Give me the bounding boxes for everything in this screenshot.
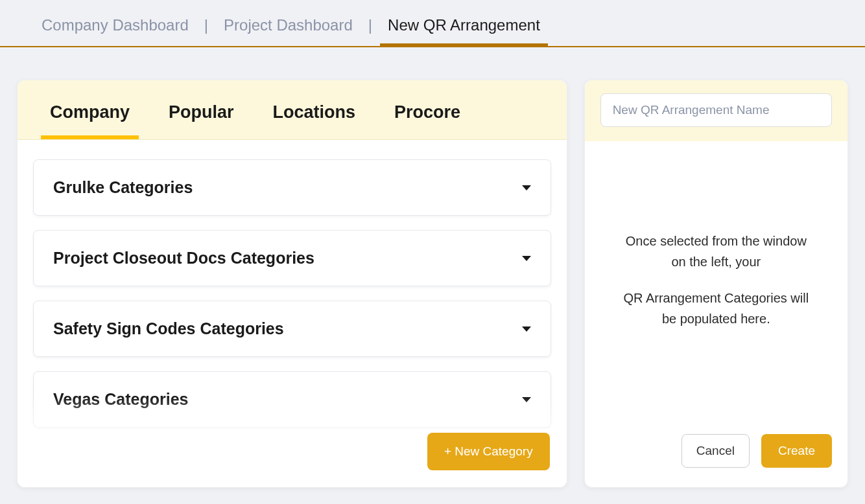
arrangement-footer: Cancel Create: [585, 434, 847, 487]
main-container: Company Popular Locations Procore Grulke…: [0, 47, 865, 488]
arrangement-details-panel: Once selected from the window on the lef…: [584, 80, 848, 488]
chevron-down-icon: [522, 326, 531, 332]
placeholder-text: Once selected from the window on the lef…: [617, 231, 815, 345]
chevron-down-icon: [522, 397, 531, 402]
breadcrumb-company-dashboard[interactable]: Company Dashboard: [41, 16, 189, 46]
chevron-down-icon: [522, 256, 531, 261]
chevron-down-icon: [522, 185, 531, 190]
category-item[interactable]: Project Closeout Docs Categories: [33, 230, 551, 286]
tab-procore[interactable]: Procore: [394, 102, 460, 139]
category-title: Safety Sign Codes Categories: [53, 319, 284, 338]
category-title: Vegas Categories: [53, 390, 188, 409]
arrangement-placeholder-body: Once selected from the window on the lef…: [585, 141, 847, 434]
category-item[interactable]: Grulke Categories: [33, 159, 551, 216]
category-selector-panel: Company Popular Locations Procore Grulke…: [17, 80, 567, 488]
cancel-button[interactable]: Cancel: [681, 434, 750, 468]
category-title: Project Closeout Docs Categories: [53, 249, 314, 268]
category-item[interactable]: Vegas Categories: [33, 371, 551, 428]
breadcrumb-separator: |: [204, 16, 208, 46]
arrangement-name-input[interactable]: [600, 93, 832, 127]
breadcrumb-separator: |: [368, 16, 372, 46]
placeholder-line-1: Once selected from the window on the lef…: [617, 231, 815, 272]
breadcrumb-project-dashboard[interactable]: Project Dashboard: [224, 16, 353, 46]
tab-popular[interactable]: Popular: [169, 102, 234, 139]
tab-locations[interactable]: Locations: [273, 102, 356, 139]
create-button[interactable]: Create: [761, 434, 832, 468]
placeholder-line-2: QR Arrangement Categories will be popula…: [617, 288, 815, 329]
breadcrumb-new-qr-arrangement[interactable]: New QR Arrangement: [388, 16, 540, 46]
arrangement-name-header: [585, 80, 847, 141]
new-category-button[interactable]: + New Category: [427, 433, 550, 470]
category-title: Grulke Categories: [53, 178, 193, 197]
tab-company[interactable]: Company: [50, 102, 130, 139]
tab-header: Company Popular Locations Procore: [18, 80, 567, 140]
breadcrumb: Company Dashboard | Project Dashboard | …: [0, 0, 865, 47]
category-item[interactable]: Safety Sign Codes Categories: [33, 301, 551, 357]
